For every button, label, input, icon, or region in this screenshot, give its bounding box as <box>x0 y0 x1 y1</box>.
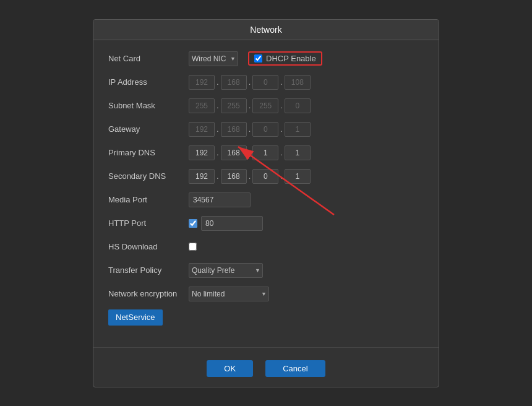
net-card-controls: Wired NIC DHCP Enable <box>189 51 424 66</box>
pdns-dot3: . <box>280 148 283 157</box>
subnet-seg4[interactable] <box>285 98 311 113</box>
secondary-dns-row: Secondary DNS . . . <box>108 168 424 185</box>
cancel-button[interactable]: Cancel <box>265 360 325 377</box>
ip-address-row: IP Address . . . <box>108 74 424 91</box>
network-dialog: Network Net Card Wired NIC DHCP Enable I… <box>93 19 439 387</box>
network-encryption-control: No limited TLS SSL <box>189 287 269 301</box>
ok-button[interactable]: OK <box>207 360 253 377</box>
transfer-policy-row: Transfer Policy Quality Prefe Balanced F… <box>108 262 424 279</box>
sdns-seg4[interactable] <box>285 169 311 184</box>
sdns-seg3[interactable] <box>252 169 278 184</box>
subnet-dot3: . <box>280 101 283 110</box>
network-encryption-select[interactable]: No limited TLS SSL <box>189 287 269 301</box>
pdns-seg2[interactable] <box>221 145 247 160</box>
gw-dot3: . <box>280 124 283 134</box>
secondary-dns-label: Secondary DNS <box>108 171 189 181</box>
http-port-label: HTTP Port <box>108 218 189 228</box>
media-port-row: Media Port <box>108 191 424 209</box>
ip-seg3[interactable] <box>252 75 278 90</box>
http-port-row: HTTP Port <box>108 215 424 232</box>
sdns-seg1[interactable] <box>189 169 215 184</box>
pdns-dot2: . <box>248 148 252 157</box>
gw-seg3[interactable] <box>252 122 278 137</box>
media-port-control <box>189 192 251 207</box>
hs-download-control <box>189 243 197 251</box>
sdns-seg2[interactable] <box>221 169 247 184</box>
http-port-input[interactable] <box>201 216 263 231</box>
transfer-policy-control: Quality Prefe Balanced Fluency Preferenc… <box>189 263 263 278</box>
gateway-row: Gateway . . . <box>108 121 424 138</box>
gw-seg4[interactable] <box>285 122 311 137</box>
ip-dot2: . <box>248 77 252 87</box>
network-encryption-label: Network encryption <box>108 289 189 298</box>
pdns-dot1: . <box>216 148 220 157</box>
transfer-policy-label: Transfer Policy <box>108 266 189 275</box>
subnet-seg3[interactable] <box>252 98 278 113</box>
ip-dot1: . <box>216 77 220 87</box>
primary-dns-label: Primary DNS <box>108 148 189 157</box>
dhcp-highlight-box: DHCP Enable <box>248 51 322 66</box>
subnet-mask-row: Subnet Mask . . . <box>108 97 424 114</box>
dialog-title: Network <box>93 20 439 40</box>
ip-seg2[interactable] <box>221 75 247 90</box>
hs-download-checkbox[interactable] <box>189 243 197 251</box>
dhcp-checkbox[interactable] <box>254 54 262 63</box>
ip-seg1[interactable] <box>189 75 215 90</box>
http-port-checkbox[interactable] <box>189 219 197 228</box>
subnet-mask-label: Subnet Mask <box>108 101 189 110</box>
netservice-row: NetService <box>108 309 424 326</box>
ip-seg4[interactable] <box>285 75 311 90</box>
sdns-dot3: . <box>280 171 283 181</box>
hs-download-row: HS Download <box>108 238 424 256</box>
gw-seg1[interactable] <box>189 122 215 137</box>
ip-address-group: . . . <box>189 75 311 90</box>
subnet-dot2: . <box>248 101 252 110</box>
primary-dns-row: Primary DNS . . . <box>108 144 424 162</box>
net-card-select-wrapper: Wired NIC <box>189 51 238 66</box>
pdns-seg4[interactable] <box>285 145 311 160</box>
media-port-label: Media Port <box>108 195 189 204</box>
gw-dot1: . <box>216 124 220 134</box>
transfer-policy-select[interactable]: Quality Prefe Balanced Fluency Preferenc… <box>189 263 263 278</box>
pdns-seg1[interactable] <box>189 145 215 160</box>
subnet-dot1: . <box>216 101 220 110</box>
gw-dot2: . <box>248 124 252 134</box>
dialog-body: Net Card Wired NIC DHCP Enable IP Addres… <box>93 40 439 342</box>
dhcp-label: DHCP Enable <box>266 54 316 63</box>
ip-dot3: . <box>280 77 283 87</box>
network-encryption-row: Network encryption No limited TLS SSL <box>108 285 424 303</box>
subnet-seg1[interactable] <box>189 98 215 113</box>
http-port-control <box>189 216 263 231</box>
dialog-footer: OK Cancel <box>93 347 439 387</box>
hs-download-label: HS Download <box>108 242 189 251</box>
secondary-dns-group: . . . <box>189 169 311 184</box>
sdns-dot1: . <box>216 171 220 181</box>
netservice-button[interactable]: NetService <box>108 309 163 326</box>
media-port-input[interactable] <box>189 192 251 207</box>
gateway-label: Gateway <box>108 124 189 134</box>
net-card-row: Net Card Wired NIC DHCP Enable <box>108 50 424 67</box>
gw-seg2[interactable] <box>221 122 247 137</box>
subnet-mask-group: . . . <box>189 98 311 113</box>
subnet-seg2[interactable] <box>221 98 247 113</box>
ip-address-label: IP Address <box>108 77 189 87</box>
net-card-select[interactable]: Wired NIC <box>189 51 238 66</box>
sdns-dot2: . <box>248 171 252 181</box>
pdns-seg3[interactable] <box>252 145 278 160</box>
primary-dns-group: . . . <box>189 145 311 160</box>
gateway-group: . . . <box>189 122 311 137</box>
net-card-label: Net Card <box>108 54 189 63</box>
